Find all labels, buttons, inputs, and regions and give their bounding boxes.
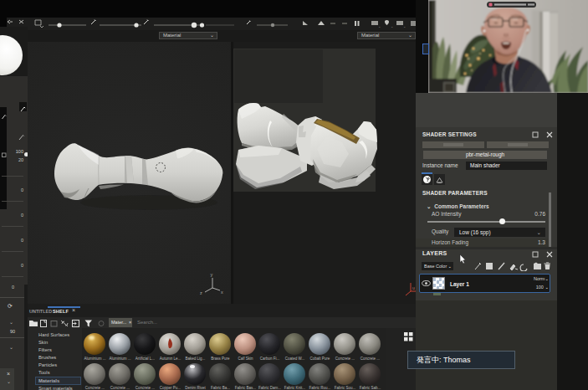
svg-text:⌄: ⌄: [391, 24, 393, 28]
svg-text:⌄: ⌄: [378, 24, 381, 28]
svg-text:x: x: [221, 290, 223, 295]
svg-text:u: u: [412, 285, 415, 290]
svg-text:z: z: [200, 290, 202, 295]
svg-text:⌄: ⌄: [403, 24, 406, 28]
svg-text:y: y: [211, 272, 213, 277]
